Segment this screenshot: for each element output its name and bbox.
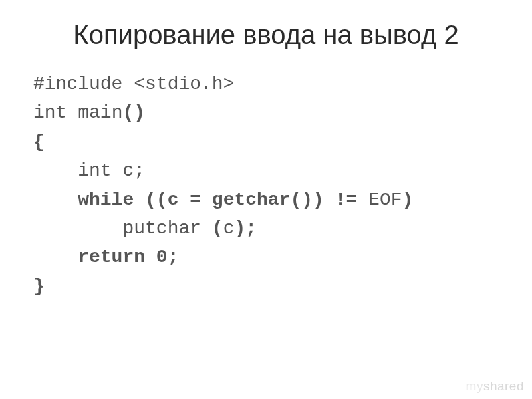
code-line-4: int c; — [33, 156, 499, 185]
code-line-6: putchar (c); — [33, 214, 499, 243]
code-text: EOF — [368, 190, 402, 210]
code-text: #include — [33, 74, 134, 94]
code-text: ((c = getchar — [134, 190, 290, 210]
code-line-5: while ((c = getchar()) != EOF) — [33, 186, 499, 214]
code-text: <stdio.h> — [134, 74, 234, 94]
code-text: () — [122, 102, 145, 123]
slide-title: Копирование ввода на вывод 2 — [33, 20, 499, 50]
code-line-2: int main() — [33, 98, 499, 127]
code-line-3: { — [33, 128, 499, 156]
code-text: int — [33, 102, 78, 123]
code-line-7: return 0; — [33, 243, 499, 271]
code-text: c — [223, 218, 235, 239]
code-line-8: } — [33, 272, 499, 301]
code-text: ) — [402, 190, 414, 210]
code-line-1: #include <stdio.h> — [33, 70, 499, 98]
code-text: ); — [234, 218, 257, 239]
code-text: int — [33, 160, 122, 181]
slide-container: Копирование ввода на вывод 2 #include <s… — [0, 0, 532, 399]
code-text: while — [33, 190, 134, 210]
code-text: ()) != — [290, 190, 368, 210]
watermark: myshared — [466, 379, 524, 394]
code-text: c; — [122, 160, 145, 181]
code-text: main — [78, 102, 122, 123]
watermark-my: my — [466, 379, 483, 393]
code-text: return — [33, 247, 145, 267]
code-text: ( — [212, 218, 223, 239]
code-text: 0; — [145, 247, 178, 267]
code-text: putchar — [33, 218, 212, 239]
code-block: #include <stdio.h> int main() { int c; w… — [33, 70, 499, 301]
watermark-shared: shared — [483, 379, 524, 393]
